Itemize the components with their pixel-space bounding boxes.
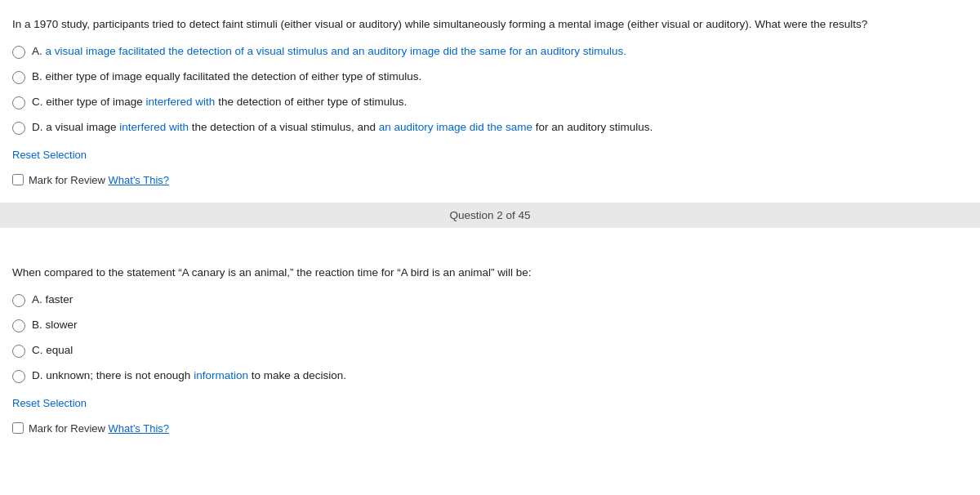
- question-1-label-d[interactable]: D. a visual image interfered with the de…: [32, 120, 653, 136]
- question-2-radio-c[interactable]: [12, 345, 25, 358]
- question-2-mark-for-review-checkbox[interactable]: [12, 422, 24, 434]
- question-1-label-c[interactable]: C. either type of image interfered with …: [32, 95, 407, 110]
- question-1-label-b[interactable]: B. either type of image equally facilita…: [32, 69, 421, 85]
- question-1-section: In a 1970 study, participants tried to d…: [0, 0, 980, 194]
- question-2-radio-b[interactable]: [12, 319, 25, 332]
- question-2-radio-a[interactable]: [12, 294, 25, 307]
- question-1-label-a-text: a visual image facilitated the detection…: [46, 45, 626, 57]
- question-2-option-a[interactable]: A. faster: [12, 292, 968, 308]
- question-1-radio-d[interactable]: [12, 122, 25, 135]
- question-1-option-b[interactable]: B. either type of image equally facilita…: [12, 69, 968, 85]
- question-2-option-b[interactable]: B. slower: [12, 318, 968, 333]
- question-2-section: When compared to the statement “A canary…: [0, 248, 980, 443]
- question-1-radio-a[interactable]: [12, 46, 25, 59]
- question-2-reset-selection[interactable]: Reset Selection: [12, 397, 87, 409]
- question-1-radio-c[interactable]: [12, 96, 25, 109]
- question-1-radio-b[interactable]: [12, 71, 25, 84]
- question-2-label-b[interactable]: B. slower: [32, 318, 78, 333]
- question-1-option-d[interactable]: D. a visual image interfered with the de…: [12, 120, 968, 136]
- question-2-label-a[interactable]: A. faster: [32, 292, 73, 308]
- question-1-option-a[interactable]: A. a visual image facilitated the detect…: [12, 44, 968, 60]
- question-2-label-c[interactable]: C. equal: [32, 343, 73, 359]
- question-1-option-c[interactable]: C. either type of image interfered with …: [12, 95, 968, 110]
- question-2-option-d[interactable]: D. unknown; there is not enough informat…: [12, 368, 968, 384]
- question-2-option-c[interactable]: C. equal: [12, 343, 968, 359]
- question-divider-text: Question 2 of 45: [449, 209, 530, 221]
- question-1-mark-for-review-row: Mark for Review What's This?: [12, 174, 968, 186]
- question-1-mark-for-review-checkbox[interactable]: [12, 174, 24, 185]
- question-1-label-a[interactable]: A. a visual image facilitated the detect…: [32, 44, 626, 60]
- question-2-radio-d[interactable]: [12, 370, 25, 383]
- question-1-reset-selection[interactable]: Reset Selection: [12, 149, 87, 161]
- question-2-mark-for-review-label[interactable]: Mark for Review: [29, 422, 105, 435]
- spacer: [0, 236, 980, 248]
- question-divider: Question 2 of 45: [0, 203, 980, 228]
- question-1-whats-this-link[interactable]: What's This?: [109, 174, 170, 186]
- question-2-text: When compared to the statement “A canary…: [12, 265, 968, 281]
- question-1-mark-for-review-label[interactable]: Mark for Review: [29, 174, 105, 186]
- question-2-label-d[interactable]: D. unknown; there is not enough informat…: [32, 368, 346, 384]
- question-2-whats-this-link[interactable]: What's This?: [109, 422, 170, 435]
- question-2-mark-for-review-row: Mark for Review What's This?: [12, 422, 968, 435]
- question-1-text: In a 1970 study, participants tried to d…: [12, 16, 968, 33]
